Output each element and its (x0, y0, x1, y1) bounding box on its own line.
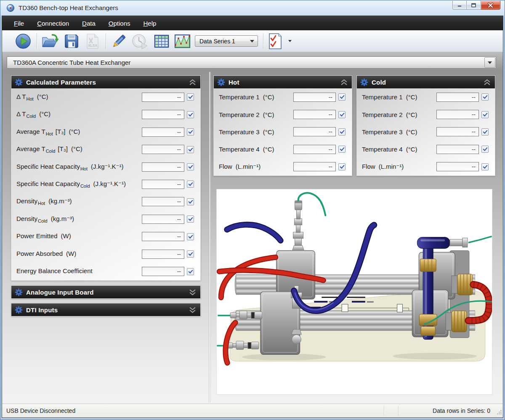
value-field[interactable]: -- (293, 162, 336, 171)
section-header-analogue-input-board[interactable]: Analogue Input Board (11, 286, 200, 298)
series-combobox[interactable]: Data Series 1 (195, 35, 258, 47)
row-checkbox[interactable] (481, 93, 489, 101)
value-field[interactable]: -- (293, 127, 336, 136)
value-field[interactable]: -- (142, 215, 184, 224)
data-table-button[interactable] (153, 32, 170, 50)
value-field[interactable]: -- (142, 267, 184, 276)
device-selector[interactable]: TD360A Concentric Tube Heat Exchanger (7, 56, 496, 69)
parameter-row: Specific Heat CapacityCold(J.kg⁻¹.K⁻¹)-- (11, 175, 200, 193)
chevron-down-icon[interactable] (189, 289, 196, 295)
row-checkbox[interactable] (187, 128, 194, 136)
close-button[interactable] (481, 1, 500, 10)
report-dropdown-arrow-icon[interactable] (288, 40, 292, 42)
parameter-row: Flow(L.min⁻¹)-- (214, 158, 352, 175)
row-checkbox[interactable] (481, 146, 489, 153)
section-title: Cold (372, 79, 484, 86)
menu-options[interactable]: Options (109, 20, 130, 27)
value-field[interactable]: -- (142, 180, 184, 189)
chevron-up-icon[interactable] (189, 79, 196, 85)
hot-panel: Hot Temperature 1(°C)-- Temperature 2(°C… (213, 75, 352, 176)
parameter-row: Δ TCold(°C)-- (11, 106, 200, 123)
section-header-cold[interactable]: Cold (357, 76, 495, 88)
value-field[interactable]: -- (436, 162, 479, 171)
section-header-dti-inputs[interactable]: DTI Inputs (11, 303, 200, 316)
maximize-button[interactable] (467, 1, 481, 10)
status-message: USB Device Disconnected (2, 407, 75, 414)
value-field[interactable]: -- (142, 145, 184, 154)
chevron-down-icon[interactable] (189, 307, 196, 313)
parameter-label: Flow(L.min⁻¹) (219, 163, 293, 170)
parameter-row: Temperature 2(°C)-- (214, 106, 352, 123)
row-checkbox[interactable] (187, 181, 194, 188)
row-checkbox[interactable] (187, 111, 194, 118)
cold-panel: Cold Temperature 1(°C)-- Temperature 2(°… (356, 75, 495, 176)
value-field[interactable]: -- (142, 128, 184, 137)
value-field[interactable]: -- (293, 110, 336, 119)
parameter-label: Temperature 3(°C) (362, 128, 436, 136)
row-checkbox[interactable] (187, 198, 194, 205)
row-checkbox[interactable] (481, 111, 489, 118)
section-header-hot[interactable]: Hot (214, 76, 352, 88)
row-checkbox[interactable] (338, 93, 346, 101)
open-button[interactable] (41, 32, 59, 50)
run-button[interactable] (15, 32, 32, 50)
save-button[interactable] (63, 32, 80, 50)
clock-icon (131, 33, 149, 50)
row-checkbox[interactable] (338, 146, 346, 153)
value-field[interactable]: -- (293, 93, 336, 102)
row-checkbox[interactable] (187, 268, 194, 275)
minimize-button[interactable] (452, 1, 467, 10)
value-field[interactable]: -- (436, 110, 479, 119)
value-field[interactable]: -- (142, 93, 184, 102)
value-field[interactable]: -- (436, 145, 479, 154)
play-icon (15, 33, 32, 50)
titlebar[interactable]: TD360 Bench-top Heat Exchangers (2, 1, 503, 15)
parameter-row: Temperature 2(°C)-- (357, 106, 495, 123)
row-checkbox[interactable] (338, 128, 346, 136)
section-header-calculated-parameters[interactable]: Calculated Parameters (11, 76, 200, 88)
value-field[interactable]: -- (436, 93, 479, 102)
resize-grip[interactable] (497, 409, 502, 417)
parameter-label: Temperature 3(°C) (219, 128, 293, 136)
menu-data[interactable]: Data (82, 20, 96, 27)
hot-panel-body: Temperature 1(°C)-- Temperature 2(°C)-- … (214, 88, 352, 175)
dropdown-arrow-icon (250, 40, 254, 43)
edit-button[interactable] (110, 32, 127, 50)
row-checkbox[interactable] (481, 128, 489, 136)
row-checkbox[interactable] (187, 250, 194, 258)
value-field[interactable]: -- (293, 145, 336, 154)
toolbar-separator (106, 33, 106, 49)
table-icon (153, 33, 170, 50)
row-checkbox[interactable] (187, 163, 194, 170)
value-field[interactable]: -- (142, 250, 184, 259)
chevron-up-icon[interactable] (484, 79, 491, 85)
value-field[interactable]: -- (142, 162, 184, 172)
menu-file[interactable]: File (14, 20, 24, 27)
value-field[interactable]: -- (142, 232, 184, 241)
row-checkbox[interactable] (481, 163, 489, 170)
parameter-row: Specific Heat CapacityHot(J.kg⁻¹.K⁻¹)-- (11, 158, 200, 175)
row-checkbox[interactable] (187, 233, 194, 240)
menu-connection[interactable]: Connection (37, 20, 69, 27)
value-field[interactable]: -- (142, 110, 184, 119)
chart-icon (174, 33, 191, 50)
row-checkbox[interactable] (187, 93, 194, 101)
value-field[interactable]: -- (142, 197, 184, 206)
row-checkbox[interactable] (338, 163, 346, 170)
parameter-label: Temperature 1(°C) (362, 93, 436, 101)
parameter-label: Flow(L.min⁻¹) (362, 163, 436, 170)
heat-exchanger-illustration (217, 189, 492, 394)
gear-icon (360, 78, 368, 86)
row-checkbox[interactable] (187, 215, 194, 223)
parameter-row: Temperature 3(°C)-- (357, 123, 495, 141)
device-selector-arrow-button[interactable] (484, 57, 495, 68)
report-button[interactable] (268, 32, 283, 50)
value-field[interactable]: -- (436, 127, 479, 136)
row-checkbox[interactable] (187, 146, 194, 153)
graph-button[interactable] (174, 32, 191, 50)
client-area: File Connection Data Options Help XLSX (2, 16, 503, 418)
statusbar: USB Device Disconnected Data rows in Ser… (2, 404, 503, 417)
menu-help[interactable]: Help (144, 20, 157, 27)
chevron-up-icon[interactable] (340, 79, 348, 85)
row-checkbox[interactable] (338, 111, 346, 118)
